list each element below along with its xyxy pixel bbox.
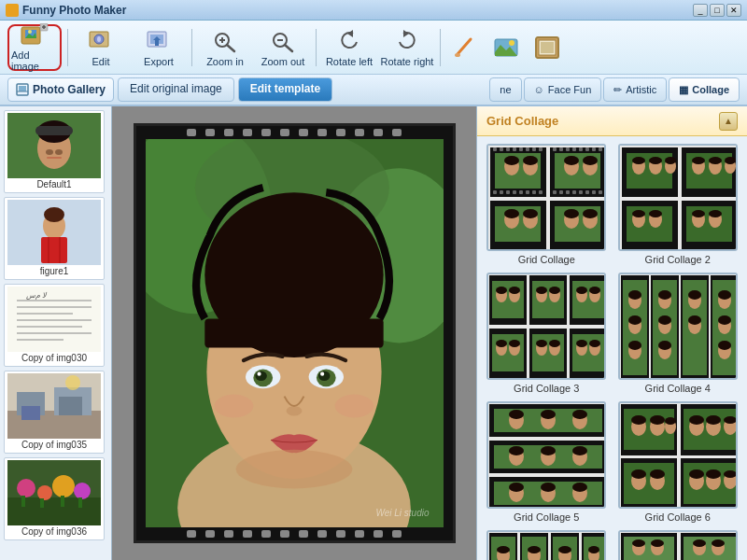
svg-point-205 bbox=[536, 340, 547, 347]
svg-point-90 bbox=[334, 395, 374, 418]
frame-button[interactable] bbox=[529, 24, 566, 71]
template-thumb-7 bbox=[486, 530, 606, 560]
svg-point-284 bbox=[706, 415, 721, 425]
tab-artistic[interactable]: ✏ Artistic bbox=[603, 77, 667, 102]
edit-template-tab[interactable]: Edit template bbox=[238, 77, 332, 102]
template-item-3[interactable]: Grid Collage 3 bbox=[485, 273, 609, 394]
template-item-7[interactable]: Grid Collage 7 bbox=[485, 530, 609, 560]
template-thumb-5 bbox=[486, 401, 606, 509]
toolbar: Add image Edit Export bbox=[0, 21, 747, 75]
svg-rect-119 bbox=[579, 147, 583, 151]
landscape-icon bbox=[491, 35, 521, 61]
svg-point-170 bbox=[649, 210, 662, 217]
svg-rect-67 bbox=[21, 496, 25, 507]
tab-collage[interactable]: ▦ Collage bbox=[669, 77, 740, 102]
gallery-item-figure1[interactable]: figure1 bbox=[4, 197, 105, 280]
svg-point-22 bbox=[455, 53, 460, 57]
svg-rect-185 bbox=[532, 281, 564, 318]
svg-point-183 bbox=[509, 287, 520, 294]
svg-point-187 bbox=[536, 287, 547, 294]
template-item-8[interactable]: Grid Collage 8 bbox=[616, 530, 740, 560]
gallery-item-img036[interactable]: Copy of img036 bbox=[4, 457, 105, 540]
svg-point-85 bbox=[257, 372, 261, 376]
edit-button[interactable]: Edit bbox=[74, 24, 128, 71]
film-hole bbox=[355, 129, 364, 136]
tab-face-fun[interactable]: ☺ Face Fun bbox=[524, 77, 602, 102]
svg-rect-342 bbox=[684, 537, 736, 560]
svg-point-257 bbox=[509, 446, 524, 455]
svg-point-207 bbox=[549, 340, 560, 347]
main-content: Default1 figure1 bbox=[0, 106, 747, 560]
zoom-in-button[interactable]: Zoom in bbox=[198, 24, 252, 71]
export-button[interactable]: Export bbox=[132, 24, 186, 71]
gallery-item-default1[interactable]: Default1 bbox=[4, 110, 105, 193]
right-panel: Grid Collage ▲ bbox=[476, 106, 747, 560]
svg-rect-102 bbox=[500, 190, 503, 194]
template-item-6[interactable]: Grid Collage 6 bbox=[616, 401, 740, 523]
template-item-1[interactable]: Grid Collage bbox=[485, 144, 609, 265]
svg-point-174 bbox=[692, 210, 705, 217]
svg-rect-125 bbox=[566, 190, 570, 194]
svg-point-139 bbox=[504, 209, 519, 218]
film-hole bbox=[299, 530, 308, 538]
app-title: Funny Photo Maker bbox=[22, 4, 693, 17]
separator-3 bbox=[316, 29, 317, 66]
brush-button[interactable] bbox=[446, 24, 484, 71]
svg-line-19 bbox=[285, 45, 292, 51]
template-item-5[interactable]: Grid Collage 5 bbox=[485, 401, 609, 523]
svg-point-162 bbox=[709, 157, 722, 164]
svg-rect-126 bbox=[572, 190, 576, 194]
svg-rect-103 bbox=[506, 190, 510, 194]
svg-point-274 bbox=[631, 415, 646, 425]
svg-point-344 bbox=[693, 539, 706, 547]
template-thumb-1 bbox=[486, 144, 606, 251]
rotate-right-button[interactable]: Rotate right bbox=[380, 24, 434, 71]
svg-rect-124 bbox=[559, 190, 563, 194]
film-hole bbox=[336, 530, 345, 538]
template-item-4[interactable]: Grid Collage 4 bbox=[616, 273, 740, 394]
landscape-button[interactable] bbox=[487, 24, 525, 71]
zoom-out-button[interactable]: Zoom out bbox=[256, 24, 310, 71]
svg-rect-118 bbox=[572, 147, 576, 151]
svg-point-282 bbox=[689, 415, 704, 425]
svg-point-211 bbox=[576, 340, 587, 347]
template-item-2[interactable]: Grid Collage 2 bbox=[616, 144, 740, 265]
svg-rect-97 bbox=[519, 147, 523, 151]
add-image-button[interactable]: Add image bbox=[7, 24, 62, 71]
svg-rect-28 bbox=[541, 42, 554, 53]
svg-point-331 bbox=[588, 546, 599, 553]
window-controls[interactable]: _ □ ✕ bbox=[693, 4, 741, 17]
svg-rect-122 bbox=[599, 147, 602, 151]
close-button[interactable]: ✕ bbox=[726, 4, 741, 17]
minimize-button[interactable]: _ bbox=[693, 4, 708, 17]
film-hole bbox=[243, 129, 252, 136]
svg-rect-99 bbox=[532, 147, 536, 151]
svg-rect-45 bbox=[7, 287, 101, 352]
gallery-item-img030[interactable]: ﻻ ﻡﺱ Copy of img030 bbox=[4, 284, 105, 367]
svg-point-253 bbox=[572, 410, 587, 419]
template-label-6: Grid Collage 6 bbox=[645, 511, 711, 523]
zoom-out-icon bbox=[268, 28, 298, 54]
photo-gallery-label: Photo Gallery bbox=[33, 83, 106, 96]
rotate-left-button[interactable]: Rotate left bbox=[322, 24, 376, 71]
gallery-label-img036: Copy of img036 bbox=[21, 525, 87, 538]
tab-name[interactable]: ne bbox=[489, 77, 521, 102]
gallery-thumb-figure1 bbox=[7, 200, 101, 265]
template-thumb-8 bbox=[618, 530, 738, 560]
svg-point-292 bbox=[650, 469, 665, 479]
maximize-button[interactable]: □ bbox=[710, 4, 725, 17]
gallery-item-img035[interactable]: Copy of img035 bbox=[4, 371, 105, 454]
photo-gallery-button[interactable]: Photo Gallery bbox=[7, 77, 114, 102]
svg-point-276 bbox=[650, 415, 665, 425]
film-hole bbox=[374, 129, 383, 136]
edit-original-tab[interactable]: Edit original image bbox=[118, 77, 234, 102]
svg-point-195 bbox=[589, 287, 600, 294]
svg-rect-117 bbox=[566, 147, 570, 151]
template-thumb-4 bbox=[618, 273, 738, 380]
svg-rect-69 bbox=[61, 496, 64, 507]
svg-rect-127 bbox=[579, 190, 583, 194]
svg-text:ﻻ ﻡﺱ: ﻻ ﻡﺱ bbox=[26, 291, 48, 300]
templates-grid: Grid Collage bbox=[477, 136, 747, 560]
svg-point-63 bbox=[17, 479, 35, 497]
collapse-button[interactable]: ▲ bbox=[719, 112, 738, 131]
